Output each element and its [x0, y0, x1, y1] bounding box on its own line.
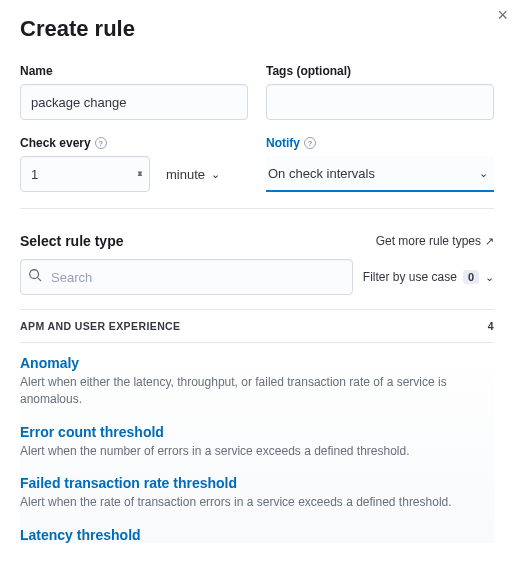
search-input[interactable] — [20, 259, 353, 295]
name-input[interactable] — [20, 84, 248, 120]
rule-name: Failed transaction rate threshold — [20, 475, 494, 491]
rule-desc: Alert when either the latency, throughpu… — [20, 374, 494, 408]
filter-use-case-select[interactable]: Filter by use case 0 ⌄ — [363, 270, 494, 284]
rule-name: Latency threshold — [20, 527, 494, 543]
check-every-value-input[interactable] — [20, 156, 150, 192]
svg-point-0 — [30, 270, 39, 279]
filter-count-badge: 0 — [463, 270, 479, 284]
rule-type-title: Select rule type — [20, 233, 124, 249]
category-count: 4 — [488, 320, 494, 332]
help-icon[interactable]: ? — [95, 137, 107, 149]
svg-line-1 — [38, 278, 42, 282]
rule-desc: Alert when the number of errors in a ser… — [20, 443, 494, 460]
category-name: APM AND USER EXPERIENCE — [20, 320, 181, 332]
create-rule-flyout: × Create rule Name Tags (optional) Check… — [0, 0, 514, 543]
notify-select[interactable]: On check intervals ⌄ — [266, 156, 494, 192]
tags-input[interactable] — [266, 84, 494, 120]
page-title: Create rule — [20, 16, 494, 42]
rule-type-item[interactable]: Anomaly Alert when either the latency, t… — [20, 355, 494, 408]
tags-label: Tags (optional) — [266, 64, 494, 78]
help-icon[interactable]: ? — [304, 137, 316, 149]
rule-type-list: Anomaly Alert when either the latency, t… — [20, 343, 494, 543]
rule-type-item[interactable]: Failed transaction rate threshold Alert … — [20, 475, 494, 511]
rule-type-item[interactable]: Error count threshold Alert when the num… — [20, 424, 494, 460]
rule-desc: Alert when the rate of transaction error… — [20, 494, 494, 511]
check-every-unit-select[interactable]: minute ⌄ — [160, 156, 226, 192]
check-every-label: Check every ? — [20, 136, 248, 150]
category-header[interactable]: APM AND USER EXPERIENCE 4 — [20, 309, 494, 343]
divider — [20, 208, 494, 209]
rule-name: Anomaly — [20, 355, 494, 371]
chevron-down-icon: ⌄ — [211, 168, 220, 181]
get-more-rule-types-link[interactable]: Get more rule types ↗ — [376, 234, 494, 248]
chevron-down-icon: ⌄ — [485, 271, 494, 284]
chevron-down-icon: ⌄ — [479, 167, 488, 180]
notify-label: Notify ? — [266, 136, 494, 150]
rule-type-item[interactable]: Latency threshold — [20, 527, 494, 543]
search-icon — [28, 268, 42, 286]
external-link-icon: ↗ — [485, 235, 494, 248]
close-icon[interactable]: × — [497, 6, 508, 24]
name-label: Name — [20, 64, 248, 78]
rule-name: Error count threshold — [20, 424, 494, 440]
